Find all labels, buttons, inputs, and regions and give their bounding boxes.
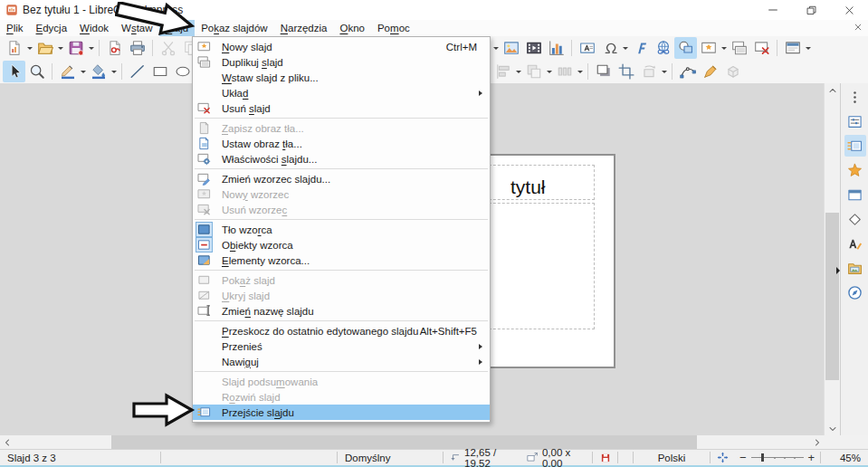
- line-color-button[interactable]: [56, 61, 79, 82]
- arrange-dropdown-arrow-icon[interactable]: [545, 61, 553, 82]
- menu-plik[interactable]: Plik: [0, 20, 30, 36]
- menu-item-jump-to-last-edited-slide[interactable]: Przeskocz do ostatnio edytowanego slajdu…: [193, 323, 490, 338]
- insert-table-dropdown-dropdown-arrow-icon[interactable]: [491, 37, 500, 59]
- special-character-button[interactable]: [598, 37, 621, 59]
- zoom-slider-track[interactable]: [751, 453, 804, 462]
- vertical-scrollbar[interactable]: [824, 83, 840, 435]
- master-slide-button-button[interactable]: [781, 37, 804, 59]
- menu-item-layout[interactable]: Układ: [193, 85, 490, 100]
- insert-chart-button[interactable]: [545, 37, 568, 59]
- scroll-left-icon[interactable]: [0, 435, 14, 449]
- align-objects-button[interactable]: [491, 61, 514, 82]
- zoom-percent-label[interactable]: 45%: [821, 450, 868, 465]
- menu-item-insert-slide-from-file[interactable]: Wstaw slajd z pliku...: [193, 70, 490, 85]
- zoom-out-icon[interactable]: −: [739, 451, 747, 464]
- sidebar-gallery-panel[interactable]: [844, 257, 866, 279]
- restore-button[interactable]: [792, 0, 830, 20]
- insert-line-button[interactable]: [126, 61, 148, 82]
- sidebar-animation-panel[interactable]: [844, 159, 866, 181]
- crop-button[interactable]: [615, 61, 637, 82]
- fill-color-button[interactable]: [87, 61, 110, 82]
- menu-item-navigate[interactable]: Nawiguj: [193, 354, 490, 369]
- scroll-right-icon[interactable]: [810, 435, 824, 449]
- fill-color-dropdown-arrow-icon[interactable]: [110, 61, 118, 82]
- save-dropdown-arrow-icon[interactable]: [87, 37, 95, 59]
- vertical-scrollbar-thumb[interactable]: [825, 213, 839, 380]
- menu-item-rename-slide[interactable]: Zmień nazwę slajdu: [193, 303, 490, 319]
- arrange-button[interactable]: [522, 61, 545, 82]
- print-button[interactable]: [126, 37, 148, 59]
- export-pdf-button[interactable]: [103, 37, 126, 59]
- open-dropdown-arrow-icon[interactable]: [56, 37, 64, 59]
- duplicate-slide-button-button[interactable]: [728, 37, 750, 59]
- hyperlink-button[interactable]: [652, 37, 674, 59]
- menu-slajd[interactable]: Slajd: [159, 20, 196, 36]
- open-button[interactable]: [33, 37, 56, 59]
- sidebar-hide-grip[interactable]: [836, 267, 840, 274]
- new-document-dropdown-arrow-icon[interactable]: [25, 37, 33, 59]
- menu-narzedzia[interactable]: Narzędzia: [274, 20, 334, 36]
- distribute-dropdown-arrow-icon[interactable]: [576, 61, 584, 82]
- sidebar-sidebar-settings[interactable]: [844, 86, 866, 108]
- 3d-effects-button[interactable]: [721, 61, 744, 82]
- menu-item-slide-transition[interactable]: Przejście slajdu: [193, 405, 490, 420]
- menu-widok[interactable]: Widok: [73, 20, 115, 36]
- sidebar-master-slides-panel[interactable]: [844, 184, 866, 205]
- sidebar-navigator-panel[interactable]: [844, 281, 866, 303]
- delete-slide-button-button[interactable]: [750, 37, 773, 59]
- line-color-dropdown-arrow-icon[interactable]: [79, 61, 87, 82]
- zoom-tool-button[interactable]: [25, 61, 48, 82]
- scroll-down-icon[interactable]: [825, 422, 840, 435]
- sidebar-styles-panel[interactable]: [844, 233, 866, 254]
- ellipse-tool-button[interactable]: [171, 61, 194, 82]
- menu-item-change-slide-master[interactable]: Zmień wzorzec slajdu...: [193, 171, 490, 186]
- align-objects-dropdown-arrow-icon[interactable]: [514, 61, 522, 82]
- menu-item-delete-slide[interactable]: Usuń slajd: [193, 100, 490, 116]
- save-button[interactable]: [64, 37, 87, 59]
- template-name-label[interactable]: Domyślny: [338, 450, 443, 465]
- fontwork-button[interactable]: [629, 37, 652, 59]
- glue-points-button[interactable]: [699, 61, 721, 82]
- edit-points-button[interactable]: [676, 61, 699, 82]
- insert-textbox-button[interactable]: [576, 37, 598, 59]
- shadow-button[interactable]: [592, 61, 615, 82]
- select-tool-button[interactable]: [3, 61, 25, 82]
- insert-media-button[interactable]: [522, 37, 545, 59]
- new-slide-button-button[interactable]: [697, 37, 720, 59]
- cut-button[interactable]: [157, 37, 179, 59]
- menu-item-duplicate-slide[interactable]: Duplikuj slajd: [193, 54, 490, 70]
- close-button[interactable]: [830, 0, 868, 20]
- horizontal-scrollbar-thumb[interactable]: [111, 435, 697, 449]
- menu-pokaz-slajdow[interactable]: Pokaz slajdów: [195, 20, 274, 36]
- menu-edycja[interactable]: Edycja: [30, 20, 74, 36]
- distribute-button[interactable]: [553, 61, 576, 82]
- zoom-slider[interactable]: − +: [734, 450, 820, 465]
- fit-slide-icon[interactable]: [711, 450, 734, 465]
- master-slide-button-dropdown-arrow-icon[interactable]: [804, 37, 812, 59]
- rectangle-tool-button[interactable]: [148, 61, 171, 82]
- menu-item-master-objects[interactable]: Obiekty wzorca: [193, 237, 490, 253]
- minimize-button[interactable]: [754, 0, 792, 20]
- close-document-icon[interactable]: [854, 23, 863, 32]
- unsaved-changes-icon[interactable]: [593, 450, 617, 465]
- menu-wstaw[interactable]: Wstaw: [115, 20, 159, 36]
- sidebar-shapes-panel[interactable]: [844, 208, 866, 230]
- menu-item-master-elements[interactable]: Elementy wzorca...: [193, 253, 490, 268]
- menu-item-set-background-image[interactable]: Ustaw obraz tła...: [193, 136, 490, 151]
- transformations-button[interactable]: [637, 61, 660, 82]
- scroll-up-icon[interactable]: [825, 83, 840, 97]
- sidebar-properties-panel[interactable]: [844, 110, 866, 132]
- menu-pomoc[interactable]: Pomoc: [371, 20, 416, 36]
- new-document-button[interactable]: [3, 37, 25, 59]
- menu-item-slide-properties[interactable]: Właściwości slajdu...: [193, 151, 490, 167]
- horizontal-scrollbar[interactable]: [0, 435, 824, 449]
- zoom-slider-thumb[interactable]: [761, 453, 764, 462]
- language-label[interactable]: Polski: [634, 450, 710, 465]
- menu-okno[interactable]: Okno: [333, 20, 371, 36]
- menu-item-move-slide[interactable]: Przenieś: [193, 338, 490, 354]
- zoom-in-icon[interactable]: +: [808, 451, 816, 464]
- menu-item-master-background[interactable]: Tło wzorca: [193, 222, 490, 237]
- show-draw-functions-button[interactable]: [674, 37, 697, 59]
- special-character-dropdown-arrow-icon[interactable]: [621, 37, 629, 59]
- insert-image-button[interactable]: [500, 37, 522, 59]
